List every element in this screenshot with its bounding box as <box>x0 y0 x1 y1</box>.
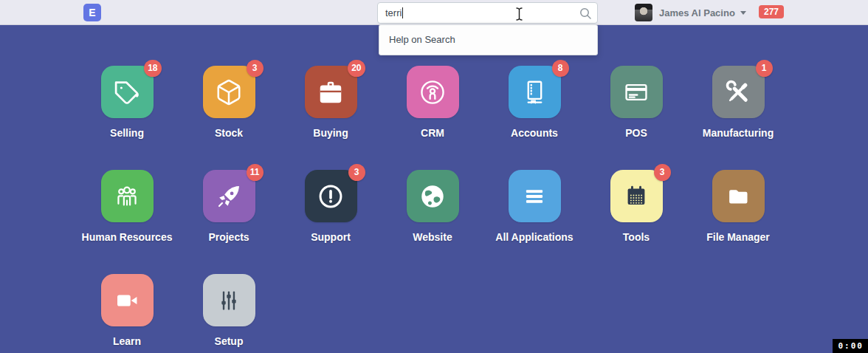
app-label: Tools <box>623 231 650 243</box>
app-tile[interactable] <box>509 170 561 222</box>
app-all-applications[interactable]: All Applications <box>483 170 585 274</box>
dropdown-item-help-on-search[interactable]: Help on Search <box>379 25 597 55</box>
app-count-badge: 18 <box>144 60 161 77</box>
app-count-badge: 3 <box>247 60 264 77</box>
app-label: Setup <box>215 335 244 347</box>
app-label: Accounts <box>511 127 558 139</box>
app-logo[interactable]: E <box>83 4 101 21</box>
app-logo-letter: E <box>89 7 95 18</box>
app-label: Buying <box>313 127 348 139</box>
app-accounts[interactable]: 8 Accounts <box>483 66 585 170</box>
app-label: CRM <box>421 127 444 139</box>
box-icon <box>215 78 243 106</box>
app-support[interactable]: 3 Support <box>280 170 382 274</box>
app-tile[interactable] <box>203 274 255 326</box>
app-count-badge: 11 <box>247 164 264 181</box>
user-name: James Al Pacino <box>659 7 735 18</box>
rocket-icon <box>215 182 243 210</box>
app-count-badge: 3 <box>654 164 671 181</box>
app-pos[interactable]: POS <box>585 66 687 170</box>
desktop-app-grid: 18 Selling 3 Stock 20 Buyi <box>76 66 789 353</box>
wrench-screwdriver-icon <box>724 78 752 106</box>
search-icon <box>579 7 592 20</box>
user-menu[interactable]: James Al Pacino <box>635 0 746 25</box>
app-tile[interactable]: 18 <box>101 66 154 118</box>
globe-icon <box>418 182 447 210</box>
app-label: Projects <box>208 231 249 243</box>
app-tile[interactable]: 11 <box>203 170 255 222</box>
app-label: POS <box>625 127 647 139</box>
chevron-down-icon <box>740 11 746 15</box>
app-tile[interactable] <box>407 66 459 118</box>
app-tile[interactable] <box>101 274 154 326</box>
app-tools[interactable]: 3 Tools <box>585 170 687 274</box>
avatar <box>635 4 652 21</box>
app-count-badge: 1 <box>756 60 773 77</box>
app-count-badge: 8 <box>552 60 569 77</box>
app-projects[interactable]: 11 Projects <box>178 170 280 274</box>
video-camera-icon <box>113 287 141 315</box>
app-label: File Manager <box>706 231 770 243</box>
people-group-icon <box>113 182 141 210</box>
app-label: Stock <box>215 127 243 139</box>
app-tile[interactable] <box>407 170 459 222</box>
notification-count-badge[interactable]: 277 <box>759 5 784 18</box>
app-tile[interactable]: 3 <box>203 66 255 118</box>
top-navbar: E terri James Al Pacino 277 <box>0 0 868 25</box>
desk-page: { "colors": { "background": "#475299", "… <box>0 0 868 353</box>
app-tile[interactable]: 3 <box>305 170 357 222</box>
alert-circle-icon <box>317 182 345 210</box>
folder-icon <box>724 182 752 210</box>
ledger-book-icon <box>520 78 548 106</box>
app-label: Selling <box>110 127 144 139</box>
briefcase-icon <box>317 78 345 106</box>
app-file-manager[interactable]: File Manager <box>687 170 789 274</box>
app-selling[interactable]: 18 Selling <box>76 66 178 170</box>
broadcast-person-icon <box>418 78 447 106</box>
app-stock[interactable]: 3 Stock <box>178 66 280 170</box>
app-tile[interactable]: 20 <box>305 66 357 118</box>
video-timer: 0:00 <box>833 339 868 353</box>
credit-card-icon <box>622 78 650 106</box>
app-tile[interactable]: 1 <box>712 66 765 118</box>
app-buying[interactable]: 20 Buying <box>280 66 382 170</box>
app-tile[interactable] <box>101 170 154 222</box>
app-count-badge: 20 <box>348 60 365 77</box>
app-tile[interactable]: 8 <box>509 66 561 118</box>
app-label: Human Resources <box>82 231 173 243</box>
app-human-resources[interactable]: Human Resources <box>76 170 178 274</box>
text-caret <box>402 7 403 18</box>
sliders-icon <box>215 287 243 315</box>
app-label: All Applications <box>495 231 573 243</box>
ibeam-mouse-cursor <box>514 7 524 21</box>
app-tile[interactable] <box>610 66 663 118</box>
app-setup[interactable]: Setup <box>178 274 280 353</box>
app-learn[interactable]: Learn <box>76 274 178 353</box>
app-tile[interactable]: 3 <box>610 170 663 222</box>
search-dropdown: Help on Search <box>379 24 598 55</box>
global-search-input[interactable]: terri <box>377 2 598 24</box>
app-label: Support <box>311 231 351 243</box>
app-manufacturing[interactable]: 1 Manufacturing <box>687 66 789 170</box>
app-label: Learn <box>113 335 141 347</box>
menu-bars-icon <box>520 182 548 210</box>
app-label: Manufacturing <box>703 127 774 139</box>
calendar-icon <box>622 182 650 210</box>
app-website[interactable]: Website <box>382 170 483 274</box>
tag-icon <box>113 78 141 106</box>
app-count-badge: 3 <box>348 164 365 181</box>
app-crm[interactable]: CRM <box>382 66 483 170</box>
search-value: terri <box>378 7 402 18</box>
app-label: Website <box>413 231 452 243</box>
app-tile[interactable] <box>712 170 765 222</box>
